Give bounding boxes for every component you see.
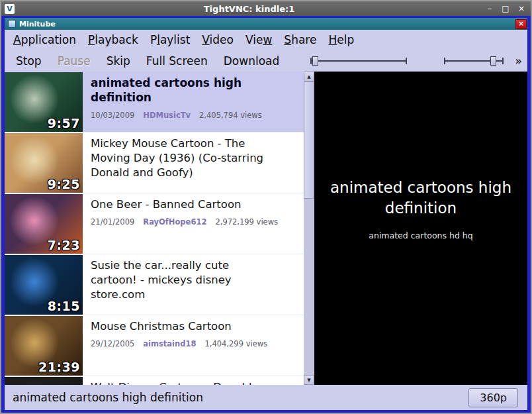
- minitube-window: Minitube × ApplicationPlaybackPlaylistVi…: [1, 16, 531, 413]
- status-bar: animated cartoons high definition 360p: [5, 385, 527, 410]
- playlist-item[interactable]: 7:23One Beer - Banned Cartoon21/01/2009R…: [5, 193, 304, 254]
- video-title: Susie the car...really cute cartoon! - m…: [91, 258, 268, 301]
- vnc-window: V TightVNC: kindle:1 – □ × Minitube × Ap…: [0, 0, 532, 414]
- video-author: aimstaind18: [143, 339, 196, 348]
- scroll-up-button[interactable]: ▲: [304, 72, 314, 81]
- menu-application[interactable]: Application: [7, 31, 82, 48]
- volume-slider-handle[interactable]: [490, 56, 496, 66]
- video-title: Walt Disney Cartoon - Donald: [91, 380, 268, 385]
- playlist-item[interactable]: 9:25Mickey Mouse Cartoon - The Moving Da…: [5, 132, 304, 193]
- seek-slider[interactable]: [310, 56, 407, 66]
- video-duration: 8:15: [48, 299, 80, 313]
- seek-slider-groove: [310, 60, 407, 62]
- skip-button[interactable]: Skip: [99, 52, 138, 70]
- video-meta: 29/12/2005aimstaind181,404,299 views: [91, 339, 300, 348]
- video-overlay-subtitle: animated cartoons hd hq: [369, 231, 472, 240]
- video-views: 1,404,299 views: [204, 339, 267, 348]
- vnc-titlebar[interactable]: V TightVNC: kindle:1 – □ ×: [1, 1, 531, 16]
- video-thumbnail: 9:57: [5, 72, 83, 132]
- video-title: Mouse Christmas Cartoon: [91, 319, 268, 334]
- scroll-down-button[interactable]: ▼: [304, 375, 314, 385]
- video-date: 21/01/2009: [91, 217, 134, 227]
- video-meta: 10/03/2009HDMusicTv2,405,794 views: [91, 111, 300, 120]
- seek-slider-handle[interactable]: [312, 56, 318, 66]
- pause-button[interactable]: Pause: [50, 52, 98, 70]
- video-duration: 9:57: [48, 116, 80, 130]
- vnc-window-title: TightVNC: kindle:1: [15, 4, 484, 14]
- scrollbar-thumb[interactable]: [304, 81, 314, 199]
- menu-bar: ApplicationPlaybackPlaylistVideoViewShar…: [5, 30, 527, 50]
- video-title: Mickey Mouse Cartoon - The Moving Day (1…: [91, 136, 268, 180]
- video-overlay-title: animated cartoons high definition: [325, 178, 517, 219]
- full-screen-button[interactable]: Full Screen: [139, 52, 215, 70]
- video-title: One Beer - Banned Cartoon: [91, 197, 268, 212]
- playlist-item[interactable]: Walt Disney Cartoon - Donald: [5, 376, 304, 385]
- video-duration: 21:39: [38, 360, 80, 374]
- volume-slider[interactable]: [444, 56, 504, 66]
- playlist-item[interactable]: 21:39Mouse Christmas Cartoon29/12/2005ai…: [5, 315, 304, 376]
- main-content: 9:57animated cartoons high definition10/…: [5, 72, 527, 385]
- menu-view[interactable]: View: [240, 31, 278, 48]
- playlist-scrollbar[interactable]: ▲ ▼: [304, 72, 314, 385]
- status-text: animated cartoons high definition: [13, 391, 203, 404]
- video-author: HDMusicTv: [143, 111, 191, 120]
- video-duration: 7:23: [48, 238, 80, 252]
- playlist: 9:57animated cartoons high definition10/…: [5, 72, 304, 385]
- video-title: animated cartoons high definition: [91, 76, 256, 105]
- menu-playlist[interactable]: Playlist: [144, 31, 196, 48]
- video-date: 10/03/2009: [91, 111, 134, 120]
- video-date: 29/12/2005: [91, 339, 134, 348]
- video-views: 2,405,794 views: [199, 111, 262, 120]
- close-button[interactable]: ×: [515, 4, 527, 13]
- video-thumbnail: [5, 377, 83, 385]
- video-thumbnail: 7:23: [5, 194, 83, 254]
- stop-button[interactable]: Stop: [9, 52, 49, 70]
- quality-button[interactable]: 360p: [468, 388, 518, 407]
- video-author: RayOfHope612: [143, 217, 206, 227]
- scrollbar-track[interactable]: [304, 81, 314, 375]
- download-button[interactable]: Download: [216, 52, 287, 70]
- video-thumbnail: 9:25: [5, 133, 83, 193]
- menu-help[interactable]: Help: [322, 31, 360, 48]
- toolbar-buttons: StopPauseSkipFull ScreenDownload: [9, 52, 288, 70]
- video-meta: 21/01/2009RayOfHope6122,972,199 views: [91, 217, 300, 227]
- video-thumbnail: 8:15: [5, 255, 83, 315]
- video-duration: 9:25: [48, 177, 80, 191]
- menu-video[interactable]: Video: [196, 31, 240, 48]
- toolbar: StopPauseSkipFull ScreenDownload »: [5, 50, 527, 72]
- vnc-app-icon: V: [5, 4, 15, 14]
- minimize-button[interactable]: –: [484, 4, 496, 13]
- playlist-item[interactable]: 8:15Susie the car...really cute cartoon!…: [5, 254, 304, 315]
- minitube-close-button[interactable]: ×: [515, 19, 527, 29]
- video-thumbnail: 21:39: [5, 316, 83, 376]
- minitube-titlebar[interactable]: Minitube ×: [5, 18, 527, 30]
- maximize-button[interactable]: □: [500, 4, 511, 13]
- minitube-title: Minitube: [19, 20, 515, 28]
- minitube-icon: [8, 20, 16, 28]
- menu-playback[interactable]: Playback: [82, 31, 144, 48]
- menu-share[interactable]: Share: [278, 31, 322, 48]
- toolbar-overflow-chevron[interactable]: »: [515, 54, 523, 68]
- playlist-item[interactable]: 9:57animated cartoons high definition10/…: [5, 72, 304, 132]
- video-views: 2,972,199 views: [215, 217, 278, 227]
- video-player-area[interactable]: animated cartoons high definition animat…: [314, 72, 527, 385]
